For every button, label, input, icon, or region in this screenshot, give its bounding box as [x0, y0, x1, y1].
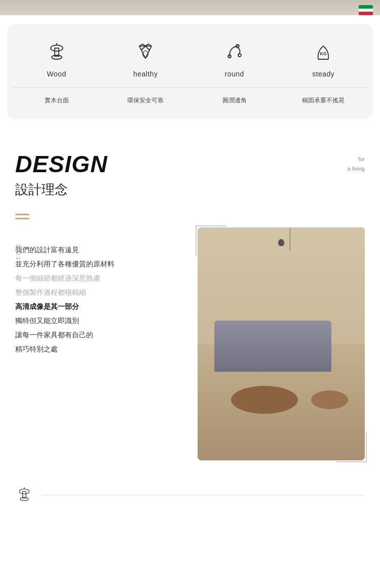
feature-round: round — [190, 38, 279, 78]
table-big — [231, 386, 298, 414]
wood-desc: 實木台面 — [12, 96, 101, 105]
round-icon — [221, 38, 248, 66]
healthy-icon — [132, 38, 159, 66]
feature-desc-row: 實木台面 環保安全可靠 圓潤邊角 稱固承重不搖晃 — [12, 87, 368, 105]
room-image — [198, 227, 365, 460]
steady-icon: KG — [310, 38, 337, 66]
menu-icon — [15, 214, 365, 219]
two-col-layout: 我們的設計富有遠見 並充分利用了各種優質的原材料 每一個細節都經過深思熟慮 整個… — [15, 227, 365, 460]
banner-image — [0, 0, 380, 15]
bottom-divider — [42, 495, 365, 495]
flag-green — [359, 5, 373, 9]
para-3: 整個製作過程都很精細 — [15, 285, 189, 299]
subtitle-for: for — [358, 156, 365, 162]
image-wrapper — [198, 227, 365, 460]
para-5: 獨特但又能立即識別 — [15, 313, 189, 328]
lamp-cord — [290, 227, 290, 251]
para-1: 並充分利用了各種優質的原材料 — [15, 257, 189, 271]
wood-label: Wood — [47, 70, 66, 78]
bottom-bar — [0, 476, 380, 514]
design-title-zh: 設計理念 — [15, 181, 365, 199]
subtitle-living: a living — [348, 166, 365, 172]
flag-red — [359, 12, 373, 15]
round-desc: 圓潤邊角 — [190, 96, 279, 105]
healthy-desc: 環保安全可靠 — [101, 96, 191, 105]
feature-healthy: healthy — [101, 38, 191, 78]
para-6: 讓每一件家具都有自己的 — [15, 328, 189, 342]
features-card: Wood healthy — [7, 24, 373, 119]
wood-icon — [43, 38, 70, 66]
border-br — [336, 432, 367, 462]
bottom-wood-icon — [15, 486, 33, 504]
healthy-label: healthy — [133, 70, 158, 78]
feature-wood: Wood — [12, 38, 101, 78]
lamp-hang — [278, 239, 284, 246]
flag-badge — [359, 5, 373, 15]
content-section: 2023 我們的設計富有遠見 並充分利用了各種優質的原材料 每一個細節都經過深思… — [0, 209, 380, 476]
room-bg — [198, 227, 365, 460]
feature-steady: KG steady — [279, 38, 368, 78]
para-7: 精巧特別之處 — [15, 342, 189, 356]
flag-white — [359, 9, 373, 12]
year-label: 2023 — [15, 244, 21, 260]
text-column: 我們的設計富有遠見 並充分利用了各種優質的原材料 每一個細節都經過深思熟慮 整個… — [15, 227, 198, 356]
menu-line-1 — [15, 214, 29, 215]
steady-desc: 稱固承重不搖晃 — [279, 96, 368, 105]
svg-text:KG: KG — [320, 51, 327, 56]
table-small — [311, 390, 348, 409]
top-banner — [0, 0, 380, 15]
sofa-shape — [214, 321, 331, 372]
para-0: 我們的設計富有遠見 — [15, 243, 189, 257]
steady-label: steady — [312, 70, 334, 78]
para-4: 高清成像是其一部分 — [15, 299, 189, 313]
menu-line-2 — [15, 218, 29, 219]
design-section: DESIGN for a living 設計理念 — [0, 128, 380, 209]
round-label: round — [225, 70, 244, 78]
image-column — [198, 227, 365, 460]
features-grid: Wood healthy — [12, 38, 368, 78]
para-2: 每一個細節都經過深思熟慮 — [15, 271, 189, 285]
design-title-en: DESIGN — [15, 152, 365, 176]
svg-point-4 — [144, 45, 146, 47]
design-subtitle: for a living — [348, 154, 365, 173]
